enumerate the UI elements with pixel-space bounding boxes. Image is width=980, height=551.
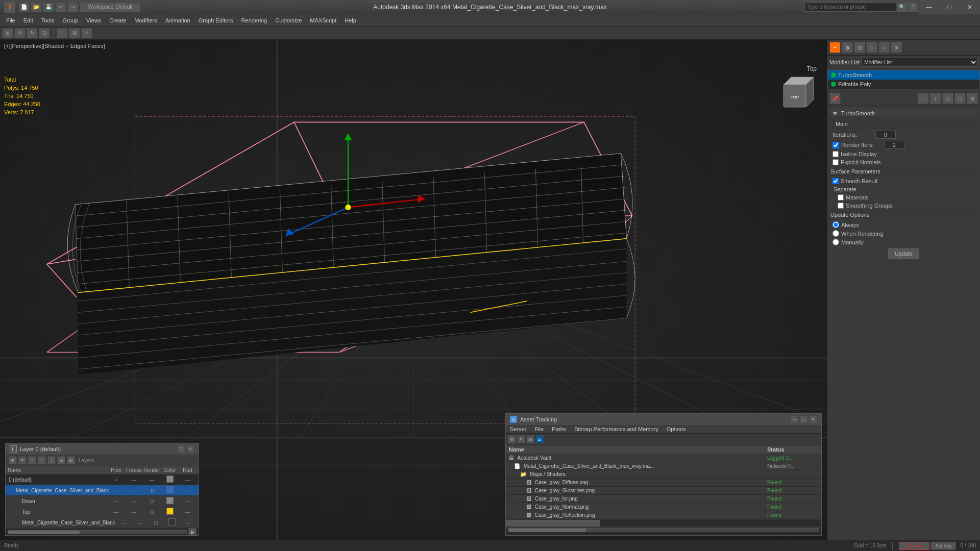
asset-row-4[interactable]: 🖼 Case_gray_Glossines.png Found [506,487,821,495]
layer-row-4[interactable]: Metal_Cigarette_Case_Silver_and_Black — … [6,517,199,528]
always-radio[interactable] [832,221,839,228]
asset-scroll-thumb-h[interactable] [508,529,586,532]
asset-menu-bitmapperf[interactable]: Bitmap Performance and Memory [572,426,660,432]
maximize-btn[interactable]: □ [939,0,960,14]
menu-rendering[interactable]: Rendering [237,14,272,27]
search-input[interactable] [804,3,896,12]
asset-row-5[interactable]: 🖼 Case_gray_lor.png Found [506,495,821,503]
toolbar2-scale[interactable]: ⊡ [39,28,50,38]
subobj-border[interactable]: ⬡ [942,93,953,104]
layers-help-btn[interactable]: ? [177,445,185,453]
layers-scroll-track[interactable] [8,530,187,534]
asset-toolbar-btn1[interactable]: ⊕ [508,435,516,443]
when-rendering-radio[interactable] [832,230,839,237]
subobj-edge[interactable]: / [930,93,941,104]
smoothing-groups-checkbox[interactable] [838,203,844,209]
layer-row-1[interactable]: Metal_Cigarette_Case_Silver_and_Black — … [6,485,199,496]
menu-create[interactable]: Create [105,14,130,27]
layers-toolbar-btn2[interactable]: ✕ [18,456,27,464]
asset-maximize-btn[interactable]: □ [800,415,808,423]
asset-row-7[interactable]: 🖼 Case_gray_Reflection.png Found [506,511,821,519]
asset-menu-paths[interactable]: Paths [550,426,568,432]
modifier-turbosmooth[interactable]: TurboSmooth [828,70,979,80]
asset-minimize-btn[interactable]: — [791,415,799,423]
new-btn[interactable]: 📄 [18,2,30,12]
menu-maxscript[interactable]: MAXScript [306,14,340,27]
layers-toolbar-btn7[interactable]: ⊞ [67,456,75,464]
subobj-vert[interactable]: · [918,93,929,104]
subobj-poly[interactable]: □ [954,93,966,104]
modifier-editablepoly[interactable]: Editable Poly [828,80,979,89]
materials-checkbox[interactable] [838,194,844,201]
asset-row-6[interactable]: 🖼 Case_gray_Normal.png Found [506,503,821,511]
render-iters-input[interactable] [884,141,904,149]
modifier-list-dropdown[interactable]: Modifier List [862,58,978,67]
menu-help[interactable]: Help [340,14,360,27]
menu-edit[interactable]: Edit [19,14,37,27]
toolbar2-select[interactable]: ⊕ [2,28,13,38]
pin-btn[interactable]: 📌 [829,93,841,104]
open-btn[interactable]: 📂 [31,2,42,12]
asset-scroll-thumb-v[interactable] [506,520,600,527]
menu-tools[interactable]: Tools [37,14,59,27]
search-btn[interactable]: 🔍 [896,2,908,12]
asset-scroll-track-h[interactable] [508,528,819,532]
layers-scroll-right[interactable]: ▶ [188,528,197,536]
asset-scrollbar-v[interactable] [506,519,821,527]
layer-row-2[interactable]: Down — — ⊡ — [6,496,199,507]
asset-close-btn[interactable]: ✕ [809,415,817,423]
subobj-element[interactable]: ⊞ [967,93,978,104]
menu-file[interactable]: File [2,14,19,27]
menu-views[interactable]: Views [82,14,105,27]
workspace-btn[interactable]: Workspace: Default [80,2,141,12]
asset-row-0[interactable]: 🏛 Autodesk Vault Logged O... [506,454,821,462]
layers-scroll-thumb[interactable] [8,531,80,534]
layer-row-3[interactable]: Top — — ⊡ — [6,507,199,517]
asset-toolbar-btn2[interactable]: ≡ [517,435,525,443]
panel-tab-display[interactable]: ○ [878,42,890,53]
nav-cube[interactable]: TOP [781,74,817,110]
viewport-label[interactable]: [+][Perspective][Shaded + Edged Faces] [4,43,105,49]
panel-tab-utilities[interactable]: ⊕ [891,42,902,53]
menu-graph-editors[interactable]: Graph Editors [194,14,237,27]
save-btn[interactable]: 💾 [43,2,54,12]
iterations-input[interactable] [875,131,896,139]
manually-radio[interactable] [832,239,839,245]
asset-row-2[interactable]: 📁 Maps / Shaders [506,470,821,479]
asset-row-1[interactable]: 📄 Metal_Cigarette_Case_Silver_and_Black_… [506,462,821,470]
layers-close-btn[interactable]: ✕ [186,445,194,453]
toolbar2-snap[interactable]: ⋮ [57,28,68,38]
panel-tab-motion[interactable]: ▷ [866,42,877,53]
toolbar2-align[interactable]: ≡ [81,28,92,38]
layers-scrollbar[interactable]: ▶ [6,528,199,535]
asset-menu-file[interactable]: File [532,426,546,432]
toolbar2-move[interactable]: ✛ [14,28,26,38]
update-button[interactable]: Update [888,248,919,259]
layers-toolbar-btn6[interactable]: ⊟ [57,456,65,464]
toolbar2-rotate[interactable]: ↻ [27,28,38,38]
layers-toolbar-btn4[interactable]: ↑ [38,456,46,464]
panel-tab-hierarchy[interactable]: ⊟ [854,42,865,53]
render-iters-checkbox[interactable] [832,142,839,148]
menu-group[interactable]: Group [58,14,82,27]
asset-toolbar-btn4[interactable]: ⊡ [535,435,544,443]
layers-toolbar-btn1[interactable]: ⊕ [9,456,17,464]
smooth-result-checkbox[interactable] [832,178,839,184]
asset-row-3[interactable]: 🖼 Case_gray_Diffuse.png Found [506,479,821,487]
help-btn[interactable]: ? [908,2,919,12]
undo-btn[interactable]: ↩ [55,2,66,12]
asset-menu-server[interactable]: Server [508,426,528,432]
asset-menu-options[interactable]: Options [665,426,688,432]
explicit-normals-checkbox[interactable] [832,159,839,165]
toolbar2-mirror[interactable]: ⊞ [69,28,80,38]
asset-scrollbar-h[interactable] [506,528,821,535]
menu-animation[interactable]: Animation [161,14,194,27]
layer-row-0[interactable]: 0 (default) ✓ — — — [6,474,199,485]
menu-customize[interactable]: Customize [271,14,306,27]
layers-toolbar-btn5[interactable]: ↓ [47,456,56,464]
isoline-checkbox[interactable] [832,151,839,157]
asset-toolbar-btn3[interactable]: ⊞ [526,435,534,443]
close-btn[interactable]: ✕ [960,0,980,14]
layers-toolbar-btn3[interactable]: + [28,456,36,464]
minimize-btn[interactable]: — [919,0,939,14]
